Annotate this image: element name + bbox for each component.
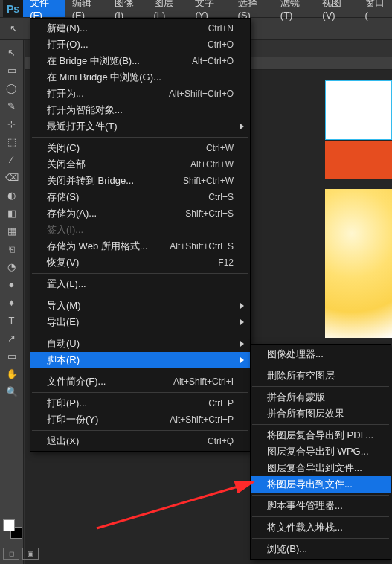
submenu-arrow-icon: [240, 303, 244, 309]
tool-crop[interactable]: ⊹: [3, 115, 21, 132]
file-menu-item[interactable]: 置入(L)...: [30, 276, 250, 292]
menu-window[interactable]: 窗口(: [359, 0, 392, 17]
color-swatch[interactable]: [3, 519, 22, 539]
menu-item-shortcut: Ctrl+S: [208, 192, 234, 202]
tool-lasso[interactable]: ◯: [3, 80, 21, 96]
script-menu-item[interactable]: 将文件载入堆栈...: [251, 519, 391, 536]
menu-layer[interactable]: 图层(L): [147, 0, 189, 17]
tool-stamp[interactable]: ◐: [3, 187, 21, 203]
scripts-submenu: 图像处理器...删除所有空图层拼合所有蒙版拼合所有图层效果将图层复合导出到 PD…: [250, 344, 391, 560]
menu-item-shortcut: F12: [218, 257, 234, 268]
move-tool-icon: ↖: [4, 21, 22, 37]
menu-type[interactable]: 文字(Y): [188, 0, 231, 17]
script-menu-item[interactable]: 拼合所有图层效果: [251, 406, 391, 422]
submenu-arrow-icon: [240, 357, 244, 363]
menu-item-label: 删除所有空图层: [267, 369, 374, 382]
file-menu-item[interactable]: 退出(X)Ctrl+Q: [30, 433, 250, 449]
canvas-region-orange: [325, 141, 392, 179]
file-menu-item[interactable]: 打开(O)...Ctrl+O: [30, 36, 250, 53]
menu-item-label: 关闭并转到 Bridge...: [47, 174, 183, 188]
tool-hand[interactable]: ✋: [3, 365, 21, 382]
script-menu-item[interactable]: 图像处理器...: [251, 346, 391, 362]
menu-separator: [252, 516, 389, 517]
menu-item-shortcut: Ctrl+Q: [208, 436, 234, 446]
menu-item-shortcut: Shift+Ctrl+S: [185, 208, 234, 219]
foreground-color[interactable]: [3, 519, 15, 531]
menu-image[interactable]: 图像(I): [108, 0, 147, 17]
screen-mode-icon[interactable]: ▣: [22, 548, 39, 560]
file-menu-item[interactable]: 导出(E): [30, 314, 250, 330]
canvas-region-white: [325, 80, 392, 140]
file-menu-item[interactable]: 打开为智能对象...: [30, 102, 250, 118]
tool-marquee[interactable]: ▭: [3, 62, 21, 78]
file-menu-item[interactable]: 关闭(C)Ctrl+W: [30, 140, 250, 156]
script-menu-item[interactable]: 将图层导出到文件...: [251, 476, 391, 493]
tool-history[interactable]: ◧: [3, 205, 21, 221]
tool-gradient[interactable]: ⎗: [3, 240, 21, 257]
menu-item-shortcut: Ctrl+N: [208, 23, 234, 33]
menu-separator: [252, 386, 389, 387]
tool-eraser[interactable]: ▦: [3, 222, 21, 239]
menu-item-label: 将文件载入堆栈...: [267, 521, 374, 534]
script-menu-item[interactable]: 浏览(B)...: [251, 541, 391, 557]
menu-file[interactable]: 文件(F): [23, 0, 65, 17]
menu-item-label: 在 Bridge 中浏览(B)...: [47, 54, 192, 68]
file-menu-item[interactable]: 导入(M): [30, 298, 250, 314]
file-menu-item[interactable]: 打印一份(Y)Alt+Shift+Ctrl+P: [30, 411, 250, 428]
menu-item-label: 自动(U): [47, 337, 234, 350]
menu-item-shortcut: Alt+Shift+Ctrl+P: [170, 414, 234, 425]
menu-view[interactable]: 视图(V): [315, 0, 358, 17]
menu-item-shortcut: Ctrl+W: [206, 143, 234, 153]
menu-item-label: 签入(I)...: [47, 223, 234, 237]
file-menu-item[interactable]: 打开为...Alt+Shift+Ctrl+O: [30, 86, 250, 102]
menu-select[interactable]: 选择(S): [231, 0, 274, 17]
script-menu-item[interactable]: 删除所有空图层: [251, 368, 391, 384]
script-menu-item[interactable]: 拼合所有蒙版: [251, 389, 391, 406]
tool-shape[interactable]: ▭: [3, 347, 21, 364]
tool-heal[interactable]: ∕: [3, 151, 21, 167]
menu-separator: [32, 371, 248, 371]
tool-zoom[interactable]: 🔍: [3, 383, 21, 400]
file-menu-item[interactable]: 在 Bridge 中浏览(B)...Alt+Ctrl+O: [30, 53, 250, 69]
menu-item-shortcut: Alt+Shift+Ctrl+I: [173, 376, 234, 387]
file-menu-item[interactable]: 打印(P)...Ctrl+P: [30, 395, 250, 411]
file-menu-item[interactable]: 最近打开文件(T): [30, 118, 250, 135]
file-menu-item[interactable]: 新建(N)...Ctrl+N: [30, 20, 250, 36]
file-menu-item[interactable]: 自动(U): [30, 336, 250, 352]
menu-item-label: 图像处理器...: [267, 347, 374, 361]
menu-item-label: 脚本事件管理器...: [267, 499, 374, 513]
tool-pen[interactable]: ♦: [3, 294, 21, 310]
tool-brush[interactable]: ⌫: [3, 169, 21, 185]
tool-dodge[interactable]: ●: [3, 276, 21, 292]
file-menu-item[interactable]: 恢复(V)F12: [30, 254, 250, 271]
menu-item-label: 打开为...: [47, 87, 169, 100]
menu-filter[interactable]: 滤镜(T): [274, 0, 316, 17]
tool-blur[interactable]: ◔: [3, 258, 21, 275]
menu-item-label: 导入(M): [47, 299, 234, 313]
quick-mask-icon[interactable]: ◻: [3, 548, 19, 560]
tool-wand[interactable]: ✎: [3, 97, 21, 114]
file-menu-item[interactable]: 存储(S)Ctrl+S: [30, 189, 250, 205]
menu-item-label: 脚本(R): [47, 353, 234, 367]
menu-item-label: 打印(P)...: [47, 397, 208, 410]
script-menu-item[interactable]: 脚本事件管理器...: [251, 498, 391, 514]
submenu-arrow-icon: [240, 341, 244, 347]
file-menu-item[interactable]: 关闭并转到 Bridge...Shift+Ctrl+W: [30, 173, 250, 189]
script-menu-item[interactable]: 将图层复合导出到 PDF...: [251, 427, 391, 443]
tool-type[interactable]: T: [3, 312, 21, 328]
file-menu-item[interactable]: 关闭全部Alt+Ctrl+W: [30, 156, 250, 173]
file-menu-item[interactable]: 在 Mini Bridge 中浏览(G)...: [30, 69, 250, 86]
file-menu-item[interactable]: 脚本(R): [30, 352, 250, 368]
script-menu-item[interactable]: 图层复合导出到 WPG...: [251, 443, 391, 460]
tool-path[interactable]: ↗: [3, 330, 21, 346]
menu-separator: [32, 430, 248, 431]
menu-edit[interactable]: 编辑(E): [65, 0, 108, 17]
file-menu-item[interactable]: 存储为 Web 所用格式...Alt+Shift+Ctrl+S: [30, 238, 250, 254]
menu-item-label: 在 Mini Bridge 中浏览(G)...: [47, 71, 234, 84]
tool-eyedropper[interactable]: ⬚: [3, 133, 21, 150]
file-menu-item[interactable]: 文件简介(F)...Alt+Shift+Ctrl+I: [30, 374, 250, 390]
script-menu-item[interactable]: 图层复合导出到文件...: [251, 460, 391, 476]
file-menu-item[interactable]: 存储为(A)...Shift+Ctrl+S: [30, 205, 250, 222]
menu-item-label: 存储(S): [47, 190, 208, 204]
tool-move[interactable]: ↖: [3, 44, 21, 60]
